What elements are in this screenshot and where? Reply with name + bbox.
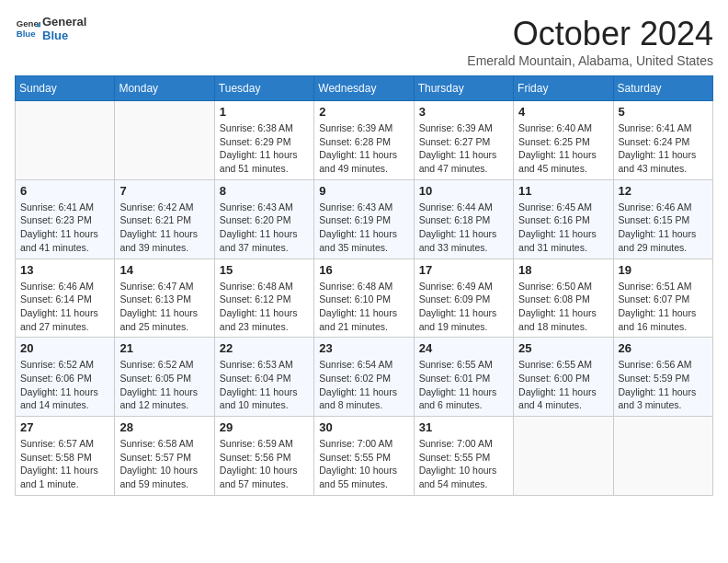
- calendar-cell: 4Sunrise: 6:40 AMSunset: 6:25 PMDaylight…: [514, 101, 613, 180]
- day-number: 27: [20, 420, 109, 434]
- day-number: 10: [419, 184, 508, 198]
- calendar-cell: 11Sunrise: 6:45 AMSunset: 6:16 PMDayligh…: [514, 179, 613, 259]
- calendar-cell: 21Sunrise: 6:52 AMSunset: 6:05 PMDayligh…: [115, 338, 214, 417]
- header-monday: Monday: [115, 76, 214, 101]
- day-detail: Sunrise: 6:41 AMSunset: 6:24 PMDaylight:…: [619, 121, 708, 176]
- day-detail: Sunrise: 6:54 AMSunset: 6:02 PMDaylight:…: [319, 358, 408, 412]
- calendar-week-4: 20Sunrise: 6:52 AMSunset: 6:06 PMDayligh…: [16, 338, 713, 417]
- day-detail: Sunrise: 6:45 AMSunset: 6:16 PMDaylight:…: [518, 201, 608, 255]
- calendar-cell: 5Sunrise: 6:41 AMSunset: 6:24 PMDaylight…: [613, 101, 712, 180]
- header-wednesday: Wednesday: [314, 76, 414, 101]
- day-number: 15: [220, 263, 309, 277]
- calendar-cell: 15Sunrise: 6:48 AMSunset: 6:12 PMDayligh…: [214, 259, 313, 338]
- calendar-cell: 2Sunrise: 6:39 AMSunset: 6:28 PMDaylight…: [314, 101, 414, 180]
- day-number: 7: [119, 184, 209, 198]
- day-detail: Sunrise: 6:53 AMSunset: 6:04 PMDaylight:…: [220, 358, 309, 412]
- day-detail: Sunrise: 6:46 AMSunset: 6:14 PMDaylight:…: [20, 280, 109, 334]
- calendar-week-3: 13Sunrise: 6:46 AMSunset: 6:14 PMDayligh…: [16, 259, 713, 338]
- svg-text:Blue: Blue: [17, 29, 36, 39]
- day-number: 11: [518, 184, 608, 198]
- logo: General Blue General Blue: [15, 15, 86, 42]
- day-detail: Sunrise: 6:39 AMSunset: 6:27 PMDaylight:…: [419, 121, 508, 176]
- logo-general: General: [42, 15, 86, 29]
- day-number: 19: [619, 263, 708, 277]
- day-number: 2: [319, 105, 408, 119]
- month-title: October 2024: [467, 15, 713, 53]
- day-detail: Sunrise: 6:41 AMSunset: 6:23 PMDaylight:…: [20, 201, 109, 255]
- day-detail: Sunrise: 6:40 AMSunset: 6:25 PMDaylight:…: [518, 121, 608, 176]
- header-sunday: Sunday: [16, 76, 115, 101]
- calendar-cell: 18Sunrise: 6:50 AMSunset: 6:08 PMDayligh…: [514, 259, 613, 338]
- day-number: 9: [319, 184, 408, 198]
- day-detail: Sunrise: 6:44 AMSunset: 6:18 PMDaylight:…: [419, 201, 508, 255]
- header-saturday: Saturday: [613, 76, 712, 101]
- day-number: 1: [220, 105, 309, 119]
- day-number: 14: [119, 263, 209, 277]
- day-number: 8: [220, 184, 309, 198]
- logo-icon: General Blue: [15, 16, 40, 41]
- day-number: 18: [518, 263, 608, 277]
- calendar-cell: [613, 417, 712, 496]
- day-detail: Sunrise: 6:42 AMSunset: 6:21 PMDaylight:…: [119, 201, 209, 255]
- calendar-cell: 30Sunrise: 7:00 AMSunset: 5:55 PMDayligh…: [314, 417, 414, 496]
- day-number: 30: [319, 420, 408, 434]
- day-detail: Sunrise: 6:46 AMSunset: 6:15 PMDaylight:…: [619, 201, 708, 255]
- calendar-cell: 13Sunrise: 6:46 AMSunset: 6:14 PMDayligh…: [16, 259, 115, 338]
- svg-text:General: General: [17, 18, 40, 29]
- day-detail: Sunrise: 6:58 AMSunset: 5:57 PMDaylight:…: [119, 437, 209, 491]
- day-number: 12: [619, 184, 708, 198]
- day-detail: Sunrise: 6:49 AMSunset: 6:09 PMDaylight:…: [419, 280, 508, 334]
- calendar-week-5: 27Sunrise: 6:57 AMSunset: 5:58 PMDayligh…: [16, 417, 713, 496]
- day-number: 31: [419, 420, 508, 434]
- calendar-cell: [115, 101, 214, 180]
- day-detail: Sunrise: 6:50 AMSunset: 6:08 PMDaylight:…: [518, 280, 608, 334]
- day-detail: Sunrise: 6:55 AMSunset: 6:00 PMDaylight:…: [518, 358, 608, 412]
- day-detail: Sunrise: 6:56 AMSunset: 5:59 PMDaylight:…: [619, 358, 708, 412]
- header-thursday: Thursday: [414, 76, 513, 101]
- day-number: 28: [119, 420, 209, 434]
- day-number: 4: [518, 105, 608, 119]
- calendar-cell: 24Sunrise: 6:55 AMSunset: 6:01 PMDayligh…: [414, 338, 513, 417]
- calendar-cell: 26Sunrise: 6:56 AMSunset: 5:59 PMDayligh…: [613, 338, 712, 417]
- header-tuesday: Tuesday: [214, 76, 313, 101]
- calendar-cell: 9Sunrise: 6:43 AMSunset: 6:19 PMDaylight…: [314, 179, 414, 259]
- day-detail: Sunrise: 6:55 AMSunset: 6:01 PMDaylight:…: [419, 358, 508, 412]
- day-number: 24: [419, 341, 508, 355]
- calendar-cell: 7Sunrise: 6:42 AMSunset: 6:21 PMDaylight…: [115, 179, 214, 259]
- calendar-cell: 20Sunrise: 6:52 AMSunset: 6:06 PMDayligh…: [16, 338, 115, 417]
- calendar-cell: [16, 101, 115, 180]
- day-detail: Sunrise: 6:52 AMSunset: 6:05 PMDaylight:…: [119, 358, 209, 412]
- day-detail: Sunrise: 6:43 AMSunset: 6:20 PMDaylight:…: [220, 201, 309, 255]
- calendar-cell: 19Sunrise: 6:51 AMSunset: 6:07 PMDayligh…: [613, 259, 712, 338]
- calendar-cell: 8Sunrise: 6:43 AMSunset: 6:20 PMDaylight…: [214, 179, 313, 259]
- calendar-week-1: 1Sunrise: 6:38 AMSunset: 6:29 PMDaylight…: [16, 101, 713, 180]
- logo-blue: Blue: [42, 29, 86, 42]
- day-number: 21: [119, 341, 209, 355]
- day-detail: Sunrise: 6:39 AMSunset: 6:28 PMDaylight:…: [319, 121, 408, 176]
- day-detail: Sunrise: 7:00 AMSunset: 5:55 PMDaylight:…: [319, 437, 408, 491]
- day-number: 25: [518, 341, 608, 355]
- day-number: 16: [319, 263, 408, 277]
- calendar-cell: 22Sunrise: 6:53 AMSunset: 6:04 PMDayligh…: [214, 338, 313, 417]
- calendar-cell: 17Sunrise: 6:49 AMSunset: 6:09 PMDayligh…: [414, 259, 513, 338]
- day-number: 22: [220, 341, 309, 355]
- day-detail: Sunrise: 6:52 AMSunset: 6:06 PMDaylight:…: [20, 358, 109, 412]
- calendar-cell: 1Sunrise: 6:38 AMSunset: 6:29 PMDaylight…: [214, 101, 313, 180]
- day-detail: Sunrise: 6:38 AMSunset: 6:29 PMDaylight:…: [220, 121, 309, 176]
- calendar-header-row: SundayMondayTuesdayWednesdayThursdayFrid…: [16, 76, 713, 101]
- calendar-cell: 31Sunrise: 7:00 AMSunset: 5:55 PMDayligh…: [414, 417, 513, 496]
- day-number: 23: [319, 341, 408, 355]
- calendar-cell: 16Sunrise: 6:48 AMSunset: 6:10 PMDayligh…: [314, 259, 414, 338]
- page-header: General Blue General Blue October 2024 E…: [15, 15, 713, 68]
- calendar-cell: 14Sunrise: 6:47 AMSunset: 6:13 PMDayligh…: [115, 259, 214, 338]
- day-detail: Sunrise: 6:48 AMSunset: 6:10 PMDaylight:…: [319, 280, 408, 334]
- day-detail: Sunrise: 6:51 AMSunset: 6:07 PMDaylight:…: [619, 280, 708, 334]
- calendar-cell: 10Sunrise: 6:44 AMSunset: 6:18 PMDayligh…: [414, 179, 513, 259]
- day-number: 3: [419, 105, 508, 119]
- calendar-cell: 3Sunrise: 6:39 AMSunset: 6:27 PMDaylight…: [414, 101, 513, 180]
- header-friday: Friday: [514, 76, 613, 101]
- calendar-cell: 29Sunrise: 6:59 AMSunset: 5:56 PMDayligh…: [214, 417, 313, 496]
- calendar-cell: 23Sunrise: 6:54 AMSunset: 6:02 PMDayligh…: [314, 338, 414, 417]
- day-number: 26: [619, 341, 708, 355]
- calendar-cell: [514, 417, 613, 496]
